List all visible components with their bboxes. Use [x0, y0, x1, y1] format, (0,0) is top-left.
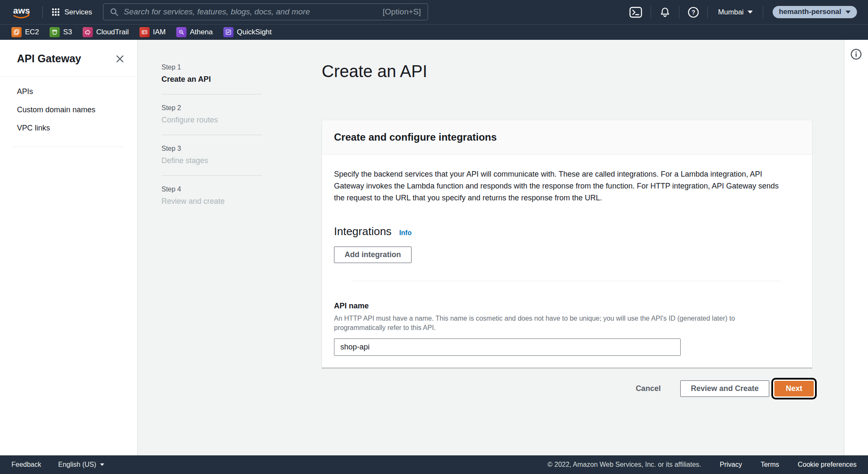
main-content-area: Step 1 Create an API Step 2 Configure ro… — [138, 40, 844, 455]
sidebar-divider — [11, 147, 125, 147]
card-description: Specify the backend services that your A… — [334, 168, 783, 204]
info-panel-button[interactable] — [850, 48, 862, 455]
chevron-down-icon — [846, 11, 851, 14]
step-divider — [161, 94, 262, 94]
terms-link[interactable]: Terms — [761, 461, 779, 468]
card-header: Create and configure integrations — [322, 120, 812, 155]
favorite-quicksight[interactable]: QuickSight — [223, 27, 272, 37]
chevron-down-icon — [748, 11, 753, 14]
step-1: Step 1 Create an API — [161, 64, 262, 84]
cloudtrail-icon — [83, 27, 93, 37]
integrations-heading: Integrations — [334, 225, 392, 238]
help-panel-strip — [844, 40, 868, 455]
favorite-cloudtrail[interactable]: CloudTrail — [83, 27, 129, 37]
svg-text:?: ? — [692, 9, 696, 16]
grid-icon — [52, 8, 59, 16]
quicksight-icon — [223, 27, 234, 37]
search-placeholder: Search for services, features, blogs, do… — [124, 7, 310, 17]
athena-icon — [176, 27, 186, 37]
wizard-actions: Cancel Review and Create Next — [322, 378, 812, 399]
api-name-description: An HTTP API must have a name. This name … — [334, 314, 766, 333]
sidebar-item-custom-domain-names[interactable]: Custom domain names — [17, 101, 137, 119]
top-nav-bar: aws Services Search for services, featur… — [0, 0, 868, 24]
topbar-separator — [763, 6, 763, 19]
favorite-athena[interactable]: Athena — [176, 27, 213, 37]
info-icon — [850, 48, 862, 60]
wizard-content: Create an API Create and configure integ… — [322, 40, 812, 399]
favorites-bar: EC2 S3 CloudTrail IAM Athena QuickSight — [0, 24, 868, 40]
ec2-icon — [11, 27, 22, 37]
step-2-link[interactable]: Configure routes — [161, 116, 262, 125]
services-label: Services — [64, 8, 92, 17]
info-link[interactable]: Info — [399, 229, 412, 237]
close-icon — [115, 54, 125, 64]
step-divider — [161, 135, 262, 135]
card-divider — [352, 281, 782, 281]
sidebar-item-apis[interactable]: APIs — [17, 83, 137, 101]
search-icon — [110, 8, 118, 16]
cookie-preferences-link[interactable]: Cookie preferences — [798, 461, 857, 468]
step-3-link[interactable]: Define stages — [161, 156, 262, 165]
help-button[interactable]: ? — [679, 7, 707, 18]
sidebar-close-button[interactable] — [115, 54, 125, 64]
service-sidebar: API Gateway APIs Custom domain names VPC… — [0, 40, 138, 455]
page-title: Create an API — [322, 59, 812, 83]
topbar-separator — [42, 6, 43, 18]
step-4: Step 4 Review and create — [161, 186, 262, 206]
favorite-iam[interactable]: IAM — [139, 27, 166, 37]
sidebar-title: API Gateway — [17, 53, 81, 65]
account-menu[interactable]: hemanth-personal — [773, 6, 857, 18]
integrations-card: Create and configure integrations Specif… — [322, 120, 812, 368]
chevron-down-icon — [100, 463, 104, 466]
aws-logo-icon: aws — [11, 5, 33, 20]
region-selector[interactable]: Mumbai — [708, 8, 762, 17]
console-footer: Feedback English (US) © 2022, Amazon Web… — [0, 455, 868, 474]
svg-text:aws: aws — [13, 6, 30, 15]
add-integration-button[interactable]: Add integration — [334, 247, 412, 263]
favorite-ec2[interactable]: EC2 — [11, 27, 39, 37]
sidebar-nav: APIs Custom domain names VPC links — [0, 77, 137, 137]
cloudshell-terminal-icon — [629, 7, 642, 18]
review-and-create-button[interactable]: Review and Create — [680, 380, 769, 397]
feedback-link[interactable]: Feedback — [11, 461, 41, 468]
step-1-link[interactable]: Create an API — [161, 75, 262, 84]
step-3: Step 3 Define stages — [161, 145, 262, 165]
sidebar-item-vpc-links[interactable]: VPC links — [17, 119, 137, 137]
search-shortcut: [Option+S] — [383, 7, 421, 17]
next-button[interactable]: Next — [774, 381, 814, 396]
bell-icon — [659, 7, 670, 18]
step-4-link[interactable]: Review and create — [161, 197, 262, 206]
account-name: hemanth-personal — [779, 8, 841, 16]
step-divider — [161, 175, 262, 176]
favorite-s3[interactable]: S3 — [50, 27, 72, 37]
cancel-button[interactable]: Cancel — [636, 384, 661, 393]
wizard-steps: Step 1 Create an API Step 2 Configure ro… — [161, 64, 262, 206]
notifications-button[interactable] — [651, 7, 679, 18]
services-menu-button[interactable]: Services — [52, 8, 92, 17]
region-label: Mumbai — [718, 8, 743, 17]
iam-icon — [139, 27, 150, 37]
next-button-highlight-ring: Next — [771, 378, 817, 399]
question-mark-icon: ? — [688, 7, 699, 18]
step-2: Step 2 Configure routes — [161, 104, 262, 125]
language-selector[interactable]: English (US) — [58, 461, 104, 468]
search-input[interactable]: Search for services, features, blogs, do… — [103, 3, 428, 20]
api-name-label: API name — [334, 302, 800, 310]
privacy-link[interactable]: Privacy — [720, 461, 742, 468]
cloudshell-button[interactable] — [621, 7, 651, 18]
s3-icon — [50, 27, 60, 37]
topbar-right-group: ? Mumbai hemanth-personal — [621, 0, 857, 24]
api-name-input[interactable] — [334, 338, 681, 356]
copyright-text: © 2022, Amazon Web Services, Inc. or its… — [548, 461, 701, 468]
aws-logo[interactable]: aws — [11, 5, 33, 20]
